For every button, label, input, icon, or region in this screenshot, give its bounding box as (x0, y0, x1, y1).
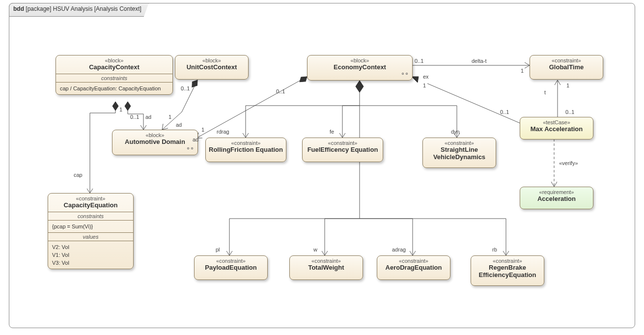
stereotype-label: «constraint» (474, 258, 541, 264)
role-label-ad: ad (176, 122, 182, 128)
block-name-line2: VehicleDynamics (426, 153, 493, 161)
glasses-icon: ⚬⚬ (186, 145, 194, 152)
mult-label: 0..1 (276, 88, 285, 94)
block-name: TotalWeight (293, 264, 360, 271)
constraint-capacity-equation[interactable]: «constraint» CapacityEquation constraint… (48, 193, 134, 269)
role-label-ad: ad (145, 114, 151, 120)
role-label-adrag: adrag (392, 247, 406, 252)
role-label-rb: rb (492, 247, 497, 252)
block-name: AeroDragEquation (380, 264, 447, 271)
requirement-acceleration[interactable]: «requirement» Acceleration (520, 187, 593, 209)
stereotype-label: «block» (178, 57, 245, 63)
role-label-rdrag: rdrag (217, 129, 229, 135)
block-name: Acceleration (523, 195, 590, 202)
frame-kind: bdd (13, 5, 24, 12)
constraint-straightline-dynamics[interactable]: «constraint» StraightLine VehicleDynamic… (422, 138, 496, 168)
section-title: constraints (56, 74, 172, 82)
block-unit-cost-context[interactable]: «block» UnitCostContext (175, 55, 249, 80)
section-title-constraints: constraints (48, 212, 133, 220)
stereotype-label: «constraint» (293, 258, 360, 264)
mult-label: 1 (423, 83, 426, 88)
mult-label: 1 (566, 83, 569, 88)
block-name: UnitCostContext (178, 63, 245, 71)
block-name-line1: RegenBrake (474, 264, 541, 271)
frame-suffix: [Analysis Context] (94, 5, 141, 12)
role-label-ad: ad (193, 137, 198, 142)
stereotype-label: «constraint» (380, 258, 447, 264)
constraint-global-time[interactable]: «constraint» GlobalTime (530, 55, 603, 80)
mult-label: 0..1 (130, 114, 139, 120)
stereotype-label-verify: «verify» (559, 160, 578, 166)
stereotype-label: «constraint» (533, 57, 600, 63)
mult-label: 0..1 (415, 58, 423, 64)
mult-label: 1 (521, 68, 524, 74)
role-label-fe: fe (330, 129, 334, 135)
role-label-dyn: dyn (451, 129, 460, 135)
stereotype-label: «block» (310, 57, 409, 63)
block-name-line1: StraightLine (426, 146, 493, 153)
block-name: Automotive Domain (115, 138, 195, 145)
mult-label: 1 (201, 127, 204, 133)
mult-label: 0..1 (500, 109, 509, 115)
constraint-total-weight[interactable]: «constraint» TotalWeight (289, 255, 363, 280)
stereotype-label: «constraint» (197, 258, 264, 264)
stereotype-label: «block» (115, 132, 195, 138)
role-label-pl: pl (216, 247, 220, 252)
block-economy-context[interactable]: «block» EconomyContext ⚬⚬ (307, 55, 413, 81)
block-name: PayloadEquation (197, 264, 264, 271)
block-name: RollingFriction Equation (209, 146, 283, 153)
stereotype-label: «constraint» (51, 195, 130, 201)
mult-label: 0..1 (181, 85, 190, 91)
constraint-aero-drag[interactable]: «constraint» AeroDragEquation (377, 255, 450, 280)
mult-label: 1 (119, 107, 122, 112)
mult-label: 1 (168, 114, 171, 120)
constraint-expression: {pcap = Sum(Vi)} (48, 221, 133, 232)
stereotype-label: «constraint» (426, 140, 493, 146)
value-line: V3: Vol (52, 259, 129, 267)
role-label-ex: ex (423, 74, 429, 80)
role-label-t: t (544, 89, 546, 95)
block-name: GlobalTime (533, 63, 600, 71)
stereotype-label: «requirement» (523, 189, 590, 195)
block-name: Max Acceleration (523, 125, 590, 133)
block-name: CapacityContext (59, 63, 169, 71)
value-line: V2: Vol (52, 243, 129, 251)
role-label-w: w (313, 247, 317, 252)
constraint-payload-equation[interactable]: «constraint» PayloadEquation (194, 255, 268, 280)
frame-title: HSUV Analysis (53, 5, 93, 12)
block-name: FuelEfficency Equation (306, 146, 380, 153)
section-title-values: values (48, 233, 133, 241)
block-automotive-domain[interactable]: «block» Automotive Domain ⚬⚬ (112, 130, 198, 155)
stereotype-label: «block» (59, 57, 169, 63)
constraint-rolling-friction[interactable]: «constraint» RollingFriction Equation (205, 138, 286, 162)
block-capacity-context[interactable]: «block» CapacityContext constraints cap … (56, 55, 173, 95)
stereotype-label: «constraint» (306, 140, 380, 146)
role-label-delta-t: delta-t (472, 58, 487, 64)
constraint-fuel-efficiency[interactable]: «constraint» FuelEfficency Equation (302, 138, 383, 162)
stereotype-label: «constraint» (209, 140, 283, 146)
constraint-regen-brake[interactable]: «constraint» RegenBrake EfficiencyEquati… (471, 255, 544, 286)
testcase-max-acceleration[interactable]: «testCase» Max Acceleration (520, 117, 593, 140)
role-label-cap: cap (74, 172, 83, 178)
constraint-line: cap / CapacityEquation: CapacityEquation (56, 83, 172, 94)
diagram-canvas: bdd [package] HSUV Analysis [Analysis Co… (0, 0, 644, 335)
block-name: CapacityEquation (51, 201, 130, 209)
frame-type: [package] (26, 5, 51, 12)
diagram-frame-label: bdd [package] HSUV Analysis [Analysis Co… (9, 3, 149, 17)
mult-label: 0..1 (565, 109, 574, 115)
value-line: V1: Vol (52, 251, 129, 259)
glasses-icon: ⚬⚬ (400, 70, 408, 77)
block-name-line2: EfficiencyEquation (474, 271, 541, 279)
block-name: EconomyContext (310, 63, 409, 71)
stereotype-label: «testCase» (523, 119, 590, 125)
